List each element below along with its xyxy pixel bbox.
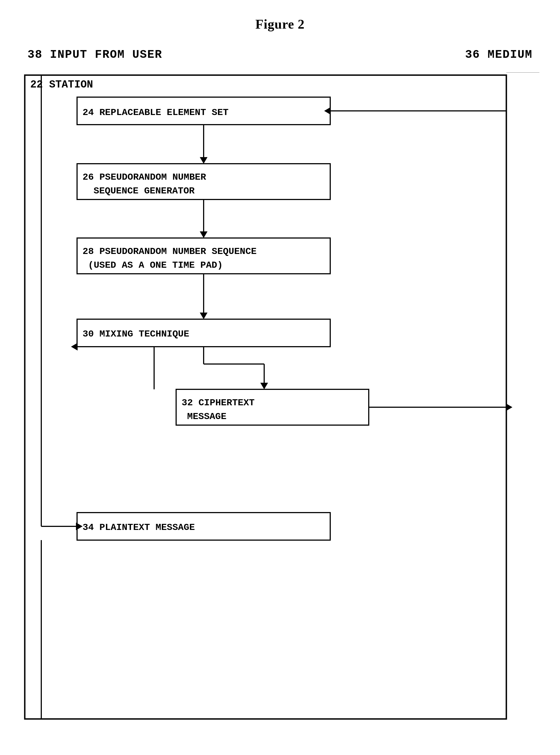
top-labels: 38 INPUT FROM USER 36 MEDIUM xyxy=(22,48,538,61)
box-28-text-2: (USED AS A ONE TIME PAD) xyxy=(88,260,223,270)
station-label: 22 STATION xyxy=(30,79,93,90)
box-24-text: 24 REPLACEABLE ELEMENT SET xyxy=(83,107,229,118)
box-26-text-2: SEQUENCE GENERATOR xyxy=(94,186,195,196)
medium-label: 36 MEDIUM xyxy=(465,48,533,61)
box-32-text-2: MESSAGE xyxy=(187,411,226,422)
figure-title: Figure 2 xyxy=(22,17,538,32)
box-26-text-1: 26 PSEUDORANDOM NUMBER xyxy=(83,172,206,182)
box-30-text: 30 MIXING TECHNIQUE xyxy=(83,329,189,339)
box-28-text-1: 28 PSEUDORANDOM NUMBER SEQUENCE xyxy=(83,246,257,257)
box-32-text-1: 32 CIPHERTEXT xyxy=(182,397,255,408)
box-34-text: 34 PLAINTEXT MESSAGE xyxy=(83,522,195,533)
page: Figure 2 38 INPUT FROM USER 36 MEDIUM 22… xyxy=(0,0,560,755)
flow-diagram-svg: 22 STATION 24 REPLACEABLE ELEMENT SET 26… xyxy=(22,73,539,727)
svg-marker-20 xyxy=(506,403,513,411)
input-from-user-label: 38 INPUT FROM USER xyxy=(27,48,162,61)
